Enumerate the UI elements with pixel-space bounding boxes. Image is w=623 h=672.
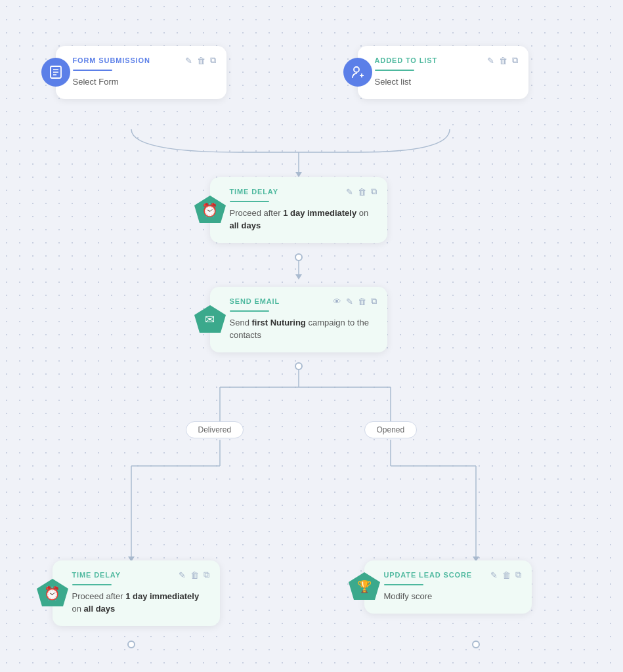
time-delay-1-title: TIME DELAY xyxy=(230,188,278,196)
added-to-list-underline xyxy=(375,70,414,71)
send-email-body: Send first Nuturing campaign to the cont… xyxy=(230,317,377,342)
send-email-underline xyxy=(230,310,269,312)
time-delay-1-underline xyxy=(230,201,269,202)
svg-marker-4 xyxy=(295,274,302,280)
copy-icon-5[interactable]: ⧉ xyxy=(204,570,209,580)
send-email-title: SEND EMAIL xyxy=(230,297,280,305)
svg-point-21 xyxy=(473,641,479,648)
delivered-label: Delivered xyxy=(186,421,244,438)
time-delay-2-title: TIME DELAY xyxy=(72,571,121,579)
svg-point-26 xyxy=(354,67,359,72)
svg-marker-2 xyxy=(295,172,302,177)
edit-icon-3[interactable]: ✎ xyxy=(346,187,353,197)
edit-icon-2[interactable]: ✎ xyxy=(487,56,494,66)
copy-icon[interactable]: ⧉ xyxy=(210,55,216,66)
update-lead-score-card: 🏆 UPDATE LEAD SCORE ✎ 🗑 ⧉ Modify score xyxy=(364,560,532,614)
time-delay-2-underline xyxy=(72,584,112,585)
added-to-list-body: Select list xyxy=(375,76,518,89)
time-delay-1-body: Proceed after 1 day immediately on all d… xyxy=(230,207,377,232)
send-email-card: ✉ SEND EMAIL 👁 ✎ 🗑 ⧉ Send first Nuturing… xyxy=(210,287,387,352)
copy-icon-4[interactable]: ⧉ xyxy=(371,296,377,306)
opened-label: Opened xyxy=(364,421,418,438)
update-lead-score-title: UPDATE LEAD SCORE xyxy=(384,571,473,579)
form-submission-title: FORM SUBMISSION xyxy=(73,56,150,64)
trash-icon-3[interactable]: 🗑 xyxy=(358,187,366,197)
trash-icon-5[interactable]: 🗑 xyxy=(190,570,199,580)
time-delay-2-body: Proceed after 1 day immediately on all d… xyxy=(72,591,209,616)
trash-icon[interactable]: 🗑 xyxy=(197,56,205,66)
svg-point-19 xyxy=(295,363,302,369)
edit-icon[interactable]: ✎ xyxy=(185,56,192,66)
eye-icon[interactable]: 👁 xyxy=(333,297,341,306)
time-delay-2-card: ⏰ TIME DELAY ✎ 🗑 ⧉ Proceed after 1 day i… xyxy=(53,560,220,626)
svg-point-18 xyxy=(295,254,302,261)
edit-icon-5[interactable]: ✎ xyxy=(179,570,186,580)
form-submission-body: Select Form xyxy=(73,76,216,89)
added-to-list-icon xyxy=(343,58,372,87)
update-lead-score-underline xyxy=(384,584,423,585)
trash-icon-6[interactable]: 🗑 xyxy=(502,570,511,580)
added-to-list-card: ADDED TO LIST ✎ 🗑 ⧉ Select list xyxy=(358,46,528,99)
form-submission-icon xyxy=(41,58,70,87)
added-to-list-title: ADDED TO LIST xyxy=(375,56,438,64)
copy-icon-6[interactable]: ⧉ xyxy=(515,570,521,580)
trash-icon-2[interactable]: 🗑 xyxy=(499,56,507,66)
time-delay-1-card: ⏰ TIME DELAY ✎ 🗑 ⧉ Proceed after 1 day i… xyxy=(210,177,387,243)
trash-icon-4[interactable]: 🗑 xyxy=(358,297,366,306)
form-submission-card: FORM SUBMISSION ✎ 🗑 ⧉ Select Form xyxy=(56,46,226,99)
edit-icon-6[interactable]: ✎ xyxy=(490,570,498,580)
edit-icon-4[interactable]: ✎ xyxy=(346,297,353,306)
svg-point-20 xyxy=(128,641,135,648)
copy-icon-2[interactable]: ⧉ xyxy=(512,55,518,66)
form-submission-underline xyxy=(73,70,112,71)
copy-icon-3[interactable]: ⧉ xyxy=(371,186,377,197)
update-lead-score-body: Modify score xyxy=(384,591,521,603)
